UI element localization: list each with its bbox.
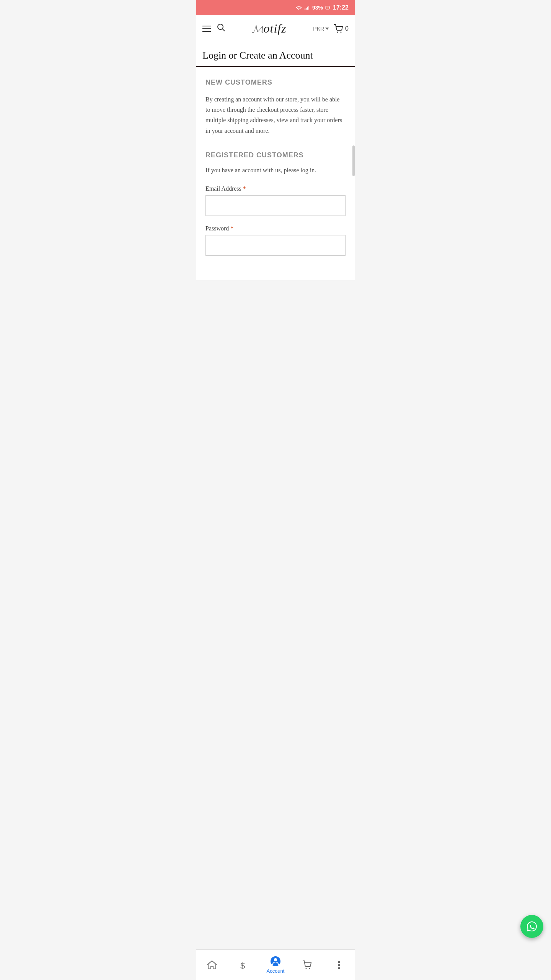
battery-level: 93% <box>312 5 323 11</box>
page-title: Login or Create an Account <box>202 50 349 61</box>
main-content: NEW CUSTOMERS By creating an account wit… <box>196 67 355 280</box>
site-logo[interactable]: 𝓜otifz <box>225 21 313 36</box>
cart-button[interactable]: 0 <box>334 24 349 33</box>
password-required-star: * <box>230 225 233 232</box>
signal-icon <box>305 5 310 10</box>
header: 𝓜otifz PKR 0 <box>196 15 355 42</box>
email-label: Email Address* <box>205 185 346 192</box>
email-required-star: * <box>243 185 246 192</box>
status-icons: 93% 17:22 <box>295 4 349 11</box>
svg-line-8 <box>223 29 225 31</box>
page-title-bar: Login or Create an Account <box>196 42 355 67</box>
svg-rect-2 <box>307 7 308 10</box>
header-left <box>202 23 225 34</box>
password-input[interactable] <box>205 235 346 256</box>
svg-rect-5 <box>329 7 330 8</box>
registered-customers-description: If you have an account with us, please l… <box>205 167 346 174</box>
email-field-group: Email Address* <box>205 185 346 216</box>
header-right: PKR 0 <box>313 24 349 33</box>
new-customers-heading: NEW CUSTOMERS <box>205 78 346 87</box>
wifi-icon <box>295 5 302 10</box>
currency-selector[interactable]: PKR <box>313 26 329 32</box>
svg-rect-0 <box>305 8 305 10</box>
scrollbar <box>352 145 355 176</box>
registered-customers-heading: REGISTERED CUSTOMERS <box>205 151 346 159</box>
svg-rect-3 <box>308 6 309 10</box>
password-field-group: Password* <box>205 225 346 256</box>
svg-point-7 <box>218 24 223 29</box>
status-bar: 93% 17:22 <box>196 0 355 15</box>
svg-point-9 <box>337 31 338 33</box>
svg-rect-1 <box>306 8 306 10</box>
hamburger-menu-button[interactable] <box>202 26 211 32</box>
new-customers-description: By creating an account with our store, y… <box>205 94 346 136</box>
currency-label: PKR <box>313 26 324 32</box>
password-label: Password* <box>205 225 346 232</box>
svg-point-10 <box>341 31 342 33</box>
time: 17:22 <box>333 4 349 11</box>
battery-icon <box>325 5 331 10</box>
email-input[interactable] <box>205 195 346 216</box>
cart-count: 0 <box>345 25 349 32</box>
search-button[interactable] <box>217 23 225 34</box>
svg-marker-6 <box>327 7 328 9</box>
